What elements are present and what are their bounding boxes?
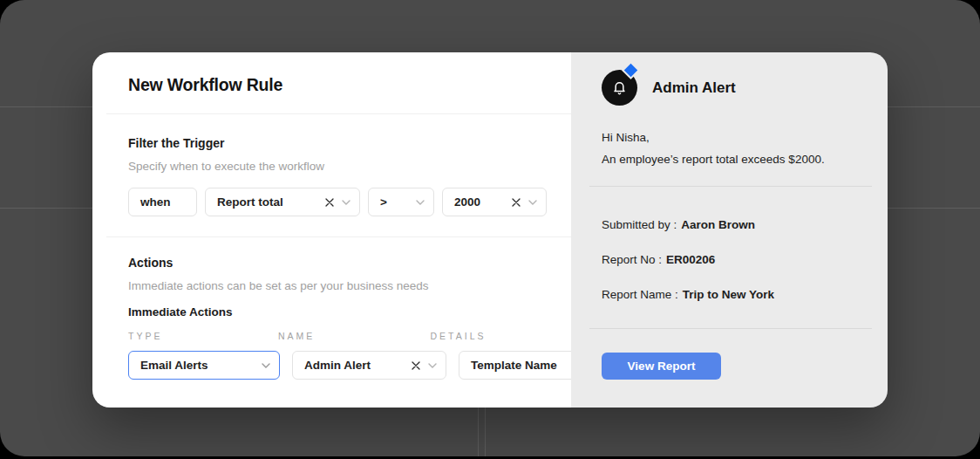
divider [106, 236, 571, 237]
action-name-value: Admin Alert [304, 359, 371, 372]
action-details-value: Template Name [471, 359, 557, 372]
workflow-form-panel: New Workflow Rule Filter the Trigger Spe… [92, 52, 571, 408]
trigger-section-heading: Filter the Trigger [128, 136, 571, 151]
view-report-button[interactable]: View Report [602, 353, 721, 380]
chevron-down-icon[interactable] [428, 363, 437, 368]
close-icon[interactable] [512, 198, 521, 207]
action-type-value: Email Alerts [140, 359, 208, 372]
chevron-down-icon[interactable] [342, 200, 350, 205]
action-name-select[interactable]: Admin Alert [292, 351, 446, 380]
close-icon[interactable] [412, 361, 420, 370]
trigger-field-select[interactable]: Report total [205, 188, 360, 216]
trigger-amount-select[interactable]: 2000 [442, 188, 547, 216]
divider [106, 113, 571, 114]
trigger-operator-value: > [380, 195, 387, 209]
chevron-down-icon[interactable] [416, 200, 425, 205]
detail-label: Report No : [602, 253, 662, 266]
detail-submitted-by: Submitted by :Aaron Brown [602, 217, 872, 232]
modal-title: New Workflow Rule [128, 76, 571, 94]
column-label-details: DETAILS [430, 331, 571, 341]
new-workflow-rule-modal: New Workflow Rule Filter the Trigger Spe… [92, 52, 888, 408]
detail-value: Trip to New York [683, 288, 774, 301]
trigger-section-subheading: Specify when to execute the workflow [128, 159, 571, 174]
immediate-action-row: Email Alerts Admin Alert Template Name [128, 351, 614, 380]
actions-column-labels: TYPE NAME DETAILS [128, 331, 571, 341]
alert-title: Admin Alert [652, 79, 736, 97]
alert-preview-panel: Admin Alert Hi Nisha, An employee’s repo… [571, 52, 888, 408]
column-label-name: NAME [278, 331, 419, 341]
trigger-field-value: Report total [217, 195, 283, 209]
actions-section-subheading: Immediate actions can be set as per your… [128, 278, 571, 293]
chevron-down-icon[interactable] [528, 200, 537, 205]
trigger-operator-select[interactable]: > [368, 188, 434, 216]
when-label-box: when [128, 188, 197, 216]
chevron-down-icon[interactable] [262, 363, 270, 368]
detail-value: Aaron Brown [681, 218, 755, 231]
alert-avatar [602, 70, 637, 106]
column-label-type: TYPE [128, 331, 266, 341]
trigger-amount-value: 2000 [454, 195, 480, 209]
detail-report-no: Report No :ER00206 [602, 252, 872, 267]
alert-message: An employee’s report total exceeds $2000… [602, 152, 872, 167]
alert-greeting: Hi Nisha, [602, 130, 872, 145]
detail-label: Submitted by : [602, 218, 677, 231]
detail-report-name: Report Name :Trip to New York [602, 287, 872, 302]
detail-label: Report Name : [602, 288, 678, 301]
actions-section-heading: Actions [128, 256, 571, 271]
divider [589, 328, 872, 329]
when-label: when [140, 195, 171, 209]
immediate-actions-heading: Immediate Actions [128, 305, 571, 319]
divider [589, 186, 872, 187]
action-type-select[interactable]: Email Alerts [128, 351, 280, 380]
alert-preview-header: Admin Alert [602, 70, 872, 106]
trigger-condition-row: when Report total > 2000 [128, 188, 571, 216]
close-icon[interactable] [325, 198, 334, 207]
detail-value: ER00206 [666, 253, 715, 266]
